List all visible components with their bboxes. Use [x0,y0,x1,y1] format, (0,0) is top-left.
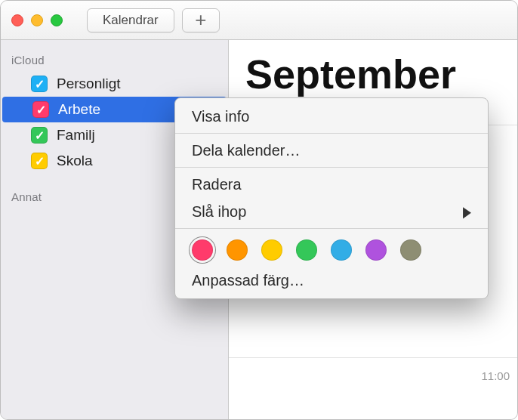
plus-icon: + [195,8,206,32]
menu-custom-color[interactable]: Anpassad färg… [175,267,488,294]
time-label: 11:00 [481,369,510,382]
menu-separator [175,133,488,134]
menu-label: Radera [192,176,242,193]
color-swatch-row [175,232,488,267]
color-swatch-orange[interactable] [227,239,248,261]
chevron-right-icon: ▶ [463,203,471,220]
sidebar-section-icloud: iCloud [1,48,228,71]
add-event-button[interactable]: + [182,8,220,32]
menu-show-info[interactable]: Visa info [175,103,488,130]
color-swatch-blue[interactable] [331,239,352,261]
menu-label: Slå ihop [192,203,246,221]
color-swatch-green[interactable] [296,239,317,261]
color-swatch-brown[interactable] [400,239,421,261]
minimize-window-button[interactable] [31,14,43,26]
color-swatch-yellow[interactable] [261,239,282,261]
calendar-checkbox[interactable]: ✓ [32,101,49,118]
grid-line [229,357,517,358]
calendars-toggle-button[interactable]: Kalendrar [87,8,174,32]
color-swatch-purple[interactable] [365,239,387,261]
calendar-label: Arbete [58,101,100,118]
calendar-checkbox[interactable]: ✓ [31,127,48,144]
month-title: September [245,51,456,97]
calendar-label: Familj [57,127,95,144]
calendar-context-menu: Visa info Dela kalender… Radera Slå ihop… [174,97,489,299]
menu-share-calendar[interactable]: Dela kalender… [175,137,488,164]
menu-merge[interactable]: Slå ihop ▶ [175,198,488,225]
menu-separator [175,167,488,168]
calendar-item-personligt[interactable]: ✓ Personligt [1,71,228,97]
menu-separator [175,228,488,229]
menu-delete[interactable]: Radera [175,171,488,198]
menu-label: Visa info [192,108,249,125]
calendar-checkbox[interactable]: ✓ [31,153,48,169]
calendar-label: Personligt [57,76,121,92]
calendar-label: Skola [57,153,93,169]
calendar-checkbox[interactable]: ✓ [31,76,48,92]
window-controls [11,14,63,26]
menu-label: Anpassad färg… [192,272,304,289]
menu-label: Dela kalender… [192,142,300,159]
close-window-button[interactable] [11,14,23,26]
fullscreen-window-button[interactable] [51,14,63,26]
titlebar: Kalendrar + [1,1,517,40]
calendars-toggle-label: Kalendrar [103,13,159,28]
app-window: Kalendrar + iCloud ✓ Personligt ✓ Arbete… [0,0,518,420]
color-swatch-red[interactable] [192,239,213,261]
